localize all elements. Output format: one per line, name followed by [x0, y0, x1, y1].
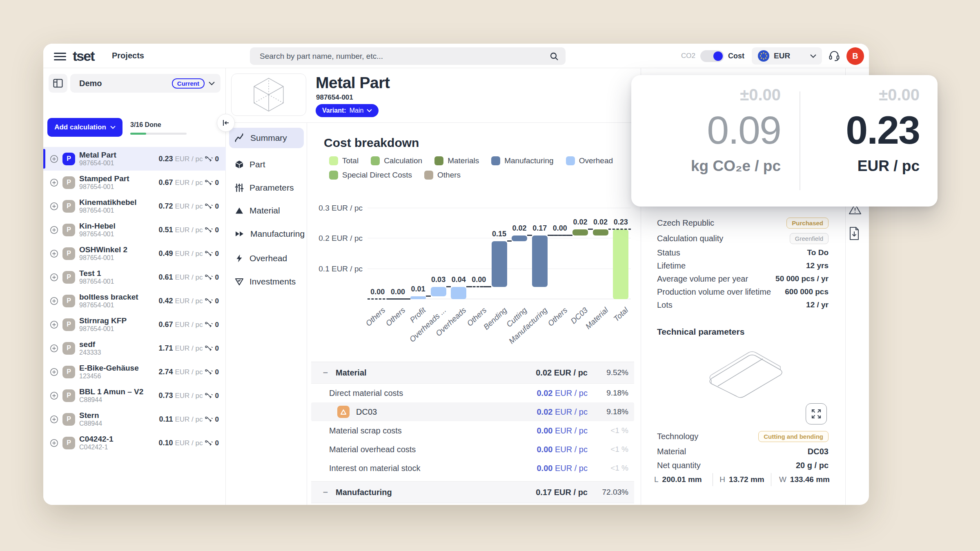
part-list-item[interactable]: P Kin-Hebel 987654-001 0.51 EUR / pc 0 — [43, 218, 226, 242]
app-logo[interactable]: tset — [73, 48, 94, 64]
waterfall-bar-overheads-[interactable] — [431, 287, 446, 296]
expand-plus-icon[interactable] — [49, 297, 59, 305]
document-download-icon[interactable] — [849, 227, 860, 240]
co2-cost-toggle[interactable] — [700, 50, 724, 62]
expand-plus-icon[interactable] — [49, 368, 59, 376]
waterfall-bar-overheads[interactable] — [451, 287, 466, 299]
sliders-icon — [235, 183, 244, 192]
legend-item: Others — [424, 171, 461, 180]
collapse-minus-icon[interactable]: − — [322, 487, 329, 497]
tech-row: Net quantity 20 g / pc — [657, 458, 829, 472]
cost-table-row[interactable]: Interest on material stock 0.00 EUR / pc… — [311, 459, 634, 478]
part-cost-value: 0.49 — [158, 249, 173, 258]
expand-plus-icon[interactable] — [49, 439, 59, 447]
sidebar-collapse-layout-icon[interactable] — [49, 74, 67, 93]
cost-table-row[interactable]: Material scrap costs 0.00 EUR / pc <1 % — [311, 421, 634, 440]
expand-plus-icon[interactable] — [49, 249, 59, 258]
collapse-sidebar-button[interactable] — [217, 114, 235, 132]
waterfall-bar-material[interactable] — [593, 229, 608, 236]
expand-plus-icon[interactable] — [49, 202, 59, 211]
cost-table-row[interactable]: Direct material costs 0.02 EUR / pc 9.18… — [311, 384, 634, 402]
triangle-icon — [235, 206, 244, 215]
branch-flow-icon — [205, 179, 213, 186]
part-branch-count: 0 — [215, 179, 219, 187]
dimension-value: 13.72 mm — [729, 475, 764, 484]
legend-swatch — [491, 156, 500, 165]
search-bar[interactable] — [250, 47, 566, 65]
fullscreen-expand-button[interactable] — [806, 403, 827, 424]
cost-table-row[interactable]: − Manufacturing 0.17 EUR / pc 72.03% — [311, 481, 634, 503]
part-list-item[interactable]: P sedf 243333 1.71 EUR / pc 0 — [43, 336, 226, 360]
nav-item-part[interactable]: Part — [229, 154, 304, 175]
expand-plus-icon[interactable] — [49, 391, 59, 400]
waterfall-bar-manufacturing[interactable] — [532, 236, 548, 287]
nav-item-label: Material — [249, 206, 280, 216]
part-branch-count: 0 — [215, 321, 219, 329]
part-list-item[interactable]: P Stern C88944 0.11 EUR / pc 0 — [43, 407, 226, 431]
part-list-item[interactable]: P Metal Part 987654-001 0.23 EUR / pc 0 — [43, 147, 226, 171]
desktop-background: tset Projects CO2 Cost EUR — [0, 0, 980, 551]
cost-breakdown-title: Cost breakdown — [324, 136, 419, 150]
add-calculation-button[interactable]: Add calculation — [47, 118, 122, 137]
currency-selector[interactable]: EUR — [752, 47, 822, 64]
part-name: boltless bracket — [79, 293, 158, 302]
expand-plus-icon[interactable] — [49, 178, 59, 187]
waterfall-bar-profit[interactable] — [410, 296, 426, 299]
waterfall-bar-bending[interactable] — [492, 241, 507, 287]
part-list-item[interactable]: P OSHWinkel 2 987654-001 0.49 EUR / pc 0 — [43, 242, 226, 265]
hamburger-menu-icon[interactable] — [54, 51, 66, 61]
part-list-item[interactable]: P Stirnrag KFP 987654-001 0.67 EUR / pc … — [43, 313, 226, 336]
dimension: L 200.01 mm — [654, 475, 713, 484]
part-list-item[interactable]: P C04242-1 C04242-1 0.10 EUR / pc 0 — [43, 431, 226, 455]
cost-table-row[interactable]: DC03 0.02 EUR / pc 9.18% — [311, 402, 634, 421]
part-list-item[interactable]: P Kinematikhebel 987654-001 0.72 EUR / p… — [43, 194, 226, 218]
waterfall-connector — [550, 235, 572, 236]
nav-item-investments[interactable]: Investments — [229, 271, 304, 292]
breadcrumb-projects[interactable]: Projects — [112, 51, 144, 60]
nav-item-parameters[interactable]: Parameters — [229, 178, 304, 198]
part-thumbnail[interactable] — [231, 73, 306, 116]
part-cost-value: 0.42 — [158, 297, 173, 305]
cost-row-label: Material overhead costs — [329, 445, 416, 454]
waterfall-bar-cutting[interactable] — [512, 236, 527, 242]
expand-plus-icon[interactable] — [49, 344, 59, 353]
chart-legend: Total Calculation Materials Manufacturin… — [329, 156, 639, 185]
search-input[interactable] — [260, 52, 549, 61]
part-list-item[interactable]: P Stamped Part 987654-001 0.67 EUR / pc … — [43, 171, 226, 194]
cost-row-percent: 9.18% — [588, 407, 628, 416]
support-headset-icon[interactable] — [826, 48, 842, 64]
cost-table-row[interactable]: Material overhead costs 0.00 EUR / pc <1… — [311, 440, 634, 459]
part-list-item[interactable]: P E-Bike-Gehäuse 123456 2.74 EUR / pc 0 — [43, 360, 226, 384]
collapse-minus-icon[interactable]: − — [322, 368, 329, 378]
part-list-item[interactable]: P boltless bracket 987654-001 0.42 EUR /… — [43, 289, 226, 313]
variant-selector[interactable]: Variant: Main — [316, 104, 379, 117]
expand-plus-icon[interactable] — [49, 226, 59, 234]
expand-plus-icon[interactable] — [49, 320, 59, 329]
waterfall-bar-total[interactable] — [613, 229, 628, 299]
part-type-badge: P — [62, 389, 75, 402]
legend-item: Materials — [434, 156, 479, 165]
search-icon[interactable] — [549, 51, 559, 61]
waterfall-connector — [388, 298, 410, 300]
part-list-item[interactable]: P Test 1 987654-001 0.61 EUR / pc 0 — [43, 265, 226, 289]
cost-value: 0.23 — [846, 109, 920, 151]
part-list-item[interactable]: P BBL 1 Amun – V2 C88944 0.73 EUR / pc 0 — [43, 384, 226, 407]
cost-row-unit: EUR / pc — [554, 368, 588, 377]
part-branch-count: 0 — [215, 273, 219, 282]
part-type-badge: P — [62, 437, 75, 449]
expand-plus-icon[interactable] — [49, 415, 59, 424]
project-selector[interactable]: Demo Current — [70, 74, 220, 93]
nav-item-summary[interactable]: Summary — [229, 128, 304, 148]
cost-row-percent: <1 % — [588, 464, 628, 473]
branch-flow-icon — [205, 321, 213, 328]
detail-row: Status To Do — [657, 246, 829, 259]
waterfall-bar-dc03[interactable] — [572, 229, 588, 236]
cost-table-row[interactable]: − Material 0.02 EUR / pc 9.52% — [311, 362, 634, 384]
expand-plus-icon[interactable] — [49, 155, 59, 163]
detail-row: Calculation quality Greenfield — [657, 231, 829, 246]
cost-delta: ±0.00 — [879, 86, 920, 109]
user-avatar[interactable]: B — [846, 47, 864, 65]
cost-row-percent: <1 % — [588, 445, 628, 454]
expand-plus-icon[interactable] — [49, 273, 59, 282]
y-axis-tick: 0.1 EUR / pc — [289, 264, 363, 273]
